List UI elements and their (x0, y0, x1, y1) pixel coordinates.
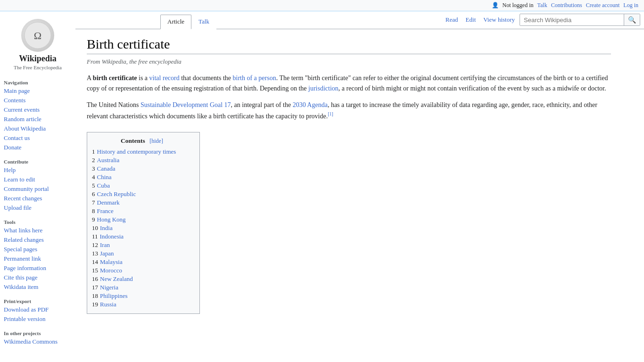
article: Birth certificate From Wikipedia, the fr… (75, 29, 622, 329)
create-account-link[interactable]: Create account (586, 2, 620, 9)
list-item: 10India (92, 224, 192, 232)
sdg17-link[interactable]: Sustainable Development Goal 17 (140, 101, 231, 108)
contents-link[interactable]: India (100, 224, 113, 231)
contents-num: 9 (92, 216, 95, 223)
sidebar-item-about[interactable]: About Wikipedia (0, 124, 75, 133)
sidebar-item-main-page[interactable]: Main page (0, 86, 75, 96)
list-item: 16New Zealand (92, 275, 192, 283)
sidebar-item-contents[interactable]: Contents (0, 96, 75, 105)
contents-list: 1History and contemporary times2Australi… (92, 148, 192, 309)
sidebar-item-contact[interactable]: Contact us (0, 133, 75, 143)
list-item: 9Hong Kong (92, 215, 192, 224)
contents-link[interactable]: Philippines (100, 292, 128, 299)
contribute-title: Contribute (0, 157, 75, 165)
tab-left-group: Article Talk (160, 15, 443, 29)
tab-edit[interactable]: Edit (463, 15, 479, 25)
main-wrapper: Ω Wikipedia The Free Encyclopedia Naviga… (0, 11, 644, 362)
list-item: 6Czech Republic (92, 190, 192, 198)
contents-header: Contents [hide] (92, 137, 192, 145)
search-input[interactable] (520, 15, 624, 25)
intro2-pre: The United Nations (87, 101, 140, 108)
contents-link[interactable]: Japan (100, 250, 114, 257)
ref1[interactable]: [1] (328, 111, 333, 116)
sidebar-item-printable[interactable]: Printable version (0, 314, 75, 324)
intro1-mid: is a (137, 74, 149, 82)
sidebar-item-permanent-link[interactable]: Permanent link (0, 254, 75, 263)
contents-link[interactable]: History and contemporary times (97, 148, 176, 155)
contents-link[interactable]: New Zealand (100, 275, 133, 282)
contents-link[interactable]: Morocco (100, 267, 122, 274)
contents-link[interactable]: Canada (97, 165, 116, 172)
sidebar-item-help[interactable]: Help (0, 165, 75, 175)
search-button[interactable]: 🔍 (624, 14, 640, 25)
other-projects-section: In other projects Wikimedia Commons (0, 329, 75, 346)
sidebar-item-wikidata[interactable]: Wikidata item (0, 282, 75, 292)
tab-talk[interactable]: Talk (191, 15, 216, 29)
tab-article[interactable]: Article (160, 15, 191, 29)
sidebar-item-community[interactable]: Community portal (0, 184, 75, 194)
talk-link[interactable]: Talk (537, 2, 547, 9)
logo-image: Ω (21, 19, 54, 52)
sidebar-item-upload-file[interactable]: Upload file (0, 203, 75, 213)
other-title: In other projects (0, 329, 75, 337)
contents-link[interactable]: Hong Kong (97, 216, 126, 223)
vital-record-link[interactable]: vital record (149, 74, 180, 82)
birth-of-person-link[interactable]: birth of a person (233, 74, 276, 82)
contents-num: 15 (92, 267, 98, 274)
intro1-pre: A (87, 74, 93, 82)
agenda2030-link[interactable]: 2030 Agenda (293, 101, 328, 108)
article-title: Birth certificate (87, 37, 611, 54)
contents-link[interactable]: Australia (97, 156, 120, 164)
contributions-link[interactable]: Contributions (551, 2, 582, 9)
not-logged-in: Not logged in (503, 2, 534, 9)
jurisdiction-link[interactable]: jurisdiction (308, 85, 339, 92)
contents-hide[interactable]: [hide] (149, 138, 163, 144)
contents-link[interactable]: Cuba (97, 182, 110, 189)
sidebar-item-recent-changes[interactable]: Recent changes (0, 194, 75, 203)
tab-view-history[interactable]: View history (480, 15, 518, 25)
log-in-link[interactable]: Log in (623, 2, 638, 9)
sidebar: Ω Wikipedia The Free Encyclopedia Naviga… (0, 11, 75, 362)
list-item: 11Indonesia (92, 232, 192, 241)
sidebar-item-wikimedia-commons[interactable]: Wikimedia Commons (0, 337, 75, 346)
contents-link[interactable]: China (97, 173, 112, 181)
list-item: 3Canada (92, 165, 192, 173)
article-intro-1: A birth certificate is a vital record th… (87, 73, 611, 94)
logo: Ω Wikipedia The Free Encyclopedia (0, 15, 75, 73)
contents-link[interactable]: Czech Republic (97, 190, 136, 197)
contents-link[interactable]: Malaysia (100, 258, 123, 265)
sidebar-item-donate[interactable]: Donate (0, 143, 75, 152)
intro1-bold: birth certificate (93, 74, 137, 82)
contents-link[interactable]: Nigeria (100, 284, 118, 291)
print-title: Print/export (0, 296, 75, 305)
list-item: 4China (92, 173, 192, 181)
sidebar-item-download-pdf[interactable]: Download as PDF (0, 305, 75, 314)
contents-num: 1 (92, 148, 95, 155)
sidebar-item-what-links[interactable]: What links here (0, 226, 75, 235)
contents-title: Contents (121, 137, 145, 144)
sidebar-item-related-changes[interactable]: Related changes (0, 235, 75, 245)
list-item: 1History and contemporary times (92, 148, 192, 156)
contents-link[interactable]: Denmark (97, 199, 120, 206)
contents-link[interactable]: Indonesia (100, 233, 124, 240)
contents-num: 8 (92, 207, 95, 214)
content-area: Article Talk Read Edit View history 🔍 Bi… (75, 11, 644, 362)
sidebar-item-random-article[interactable]: Random article (0, 115, 75, 124)
tools-section: Tools What links here Related changes Sp… (0, 217, 75, 292)
list-item: 5Cuba (92, 181, 192, 190)
sidebar-item-cite[interactable]: Cite this page (0, 273, 75, 282)
sidebar-item-page-info[interactable]: Page information (0, 263, 75, 273)
sidebar-item-special-pages[interactable]: Special pages (0, 245, 75, 254)
sidebar-item-learn-edit[interactable]: Learn to edit (0, 175, 75, 184)
article-intro-2: The United Nations Sustainable Developme… (87, 100, 611, 122)
top-bar: 👤 Not logged in Talk Contributions Creat… (0, 0, 644, 11)
tab-bar: Article Talk Read Edit View history 🔍 (75, 11, 644, 29)
contents-link[interactable]: Russia (100, 301, 116, 308)
contents-num: 13 (92, 250, 98, 257)
contents-link[interactable]: Iran (100, 241, 110, 248)
list-item: 19Russia (92, 300, 192, 309)
list-item: 12Iran (92, 241, 192, 249)
sidebar-item-current-events[interactable]: Current events (0, 105, 75, 115)
contents-link[interactable]: France (97, 207, 114, 214)
tab-read[interactable]: Read (443, 15, 461, 25)
